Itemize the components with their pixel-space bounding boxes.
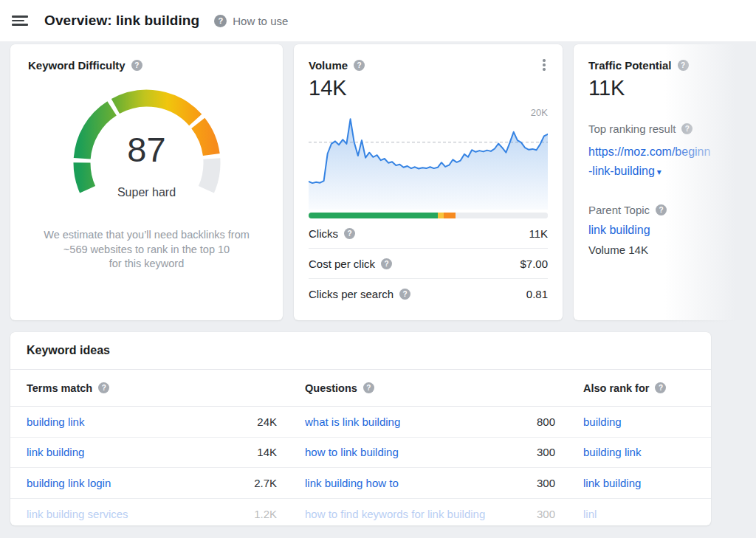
- keyword-link[interactable]: link building services: [27, 508, 128, 520]
- metric-row-cpc: Cost per click ? $7.00: [309, 249, 548, 279]
- app-header: Overview: link building ? How to use: [0, 0, 756, 41]
- traffic-potential-card: Traffic Potential ? 11K Top ranking resu…: [574, 44, 756, 320]
- keyword-link[interactable]: link building: [27, 446, 84, 458]
- volume-axis-tick: 20K: [531, 107, 548, 118]
- keyword-difficulty-card: Keyword Difficulty ? 87 Super hard We es…: [10, 44, 283, 320]
- keyword-link[interactable]: what is link building: [305, 415, 400, 428]
- keyword-volume: 24K: [257, 415, 277, 428]
- clicks-bar-segment: [456, 213, 548, 218]
- kebab-menu-icon[interactable]: [537, 58, 551, 72]
- help-icon[interactable]: ?: [399, 289, 410, 300]
- keyword-volume: 14K: [257, 446, 277, 458]
- table-row: link building 14K: [10, 438, 289, 469]
- top-ranking-result-link[interactable]: https://moz.com/beginn -link-building▾: [588, 142, 756, 182]
- keyword-link[interactable]: linl: [583, 508, 597, 520]
- keyword-volume: 2.7K: [254, 477, 277, 489]
- metric-value: $7.00: [520, 258, 548, 270]
- how-to-use-link[interactable]: How to use: [233, 15, 288, 27]
- keyword-ideas-card: Keyword ideas Terms match ? building lin…: [10, 332, 711, 525]
- help-icon[interactable]: ?: [363, 382, 374, 393]
- clicks-distribution-bar: [309, 213, 548, 218]
- difficulty-label: Super hard: [57, 186, 237, 199]
- table-row: link building: [567, 468, 711, 499]
- help-icon[interactable]: ?: [214, 15, 227, 27]
- table-row: building link: [567, 438, 711, 469]
- parent-topic-label: Parent Topic ?: [588, 204, 756, 216]
- metric-value: 0.81: [526, 288, 548, 300]
- table-row: link building services 1.2K: [10, 499, 289, 526]
- keyword-volume: 800: [537, 415, 555, 428]
- questions-header: Questions ?: [289, 370, 567, 407]
- terms-match-header: Terms match ?: [10, 370, 289, 407]
- volume-trend-chart: [309, 117, 548, 210]
- parent-topic-volume: Volume 14K: [588, 244, 756, 256]
- metric-row-clicks-per-search: Clicks per search ? 0.81: [309, 279, 548, 309]
- table-row: what is link building 800: [289, 407, 567, 438]
- parent-topic-link[interactable]: link building: [588, 224, 756, 237]
- questions-column: Questions ? what is link building 800 ho…: [289, 370, 567, 525]
- table-row: link building how to 300: [289, 468, 567, 499]
- table-row: building link 24K: [10, 407, 289, 438]
- table-row: linl: [567, 499, 711, 526]
- metrics-card-row: Keyword Difficulty ? 87 Super hard We es…: [10, 44, 756, 320]
- difficulty-gauge: 87 Super hard: [57, 85, 237, 209]
- keyword-link[interactable]: link building how to: [305, 477, 399, 489]
- volume-card: Volume ? 14K 20K Clicks ? 11K Cost per c…: [294, 44, 563, 320]
- clicks-bar-segment: [309, 213, 438, 218]
- help-icon[interactable]: ?: [656, 204, 667, 215]
- clicks-bar-segment: [444, 213, 456, 218]
- table-row: building link login 2.7K: [10, 468, 289, 499]
- keyword-ideas-title: Keyword ideas: [27, 344, 110, 357]
- keyword-link[interactable]: building link login: [27, 477, 111, 489]
- top-ranking-result-label: Top ranking result ?: [588, 123, 756, 135]
- help-icon[interactable]: ?: [344, 228, 355, 239]
- help-icon[interactable]: ?: [354, 60, 365, 71]
- help-icon[interactable]: ?: [678, 60, 689, 71]
- keyword-volume: 300: [537, 508, 555, 520]
- table-row: how to find keywords for link building 3…: [289, 499, 567, 526]
- difficulty-score: 87: [57, 129, 237, 170]
- metric-row-clicks: Clicks ? 11K: [309, 218, 548, 249]
- difficulty-estimate-text: We estimate that you’ll need backlinks f…: [28, 228, 265, 272]
- also-rank-for-header: Also rank for ?: [567, 370, 711, 407]
- terms-match-column: Terms match ? building link 24K link bui…: [10, 370, 289, 525]
- page-title: Overview: link building: [44, 13, 199, 29]
- keyword-link[interactable]: building link: [27, 415, 84, 428]
- help-icon[interactable]: ?: [131, 60, 142, 71]
- volume-title: Volume ?: [309, 59, 548, 72]
- keyword-link[interactable]: building: [583, 415, 622, 428]
- chevron-down-icon[interactable]: ▾: [657, 167, 662, 177]
- metric-value: 11K: [529, 227, 548, 240]
- keyword-volume: 300: [537, 446, 555, 458]
- traffic-potential-value: 11K: [588, 76, 756, 100]
- menu-icon[interactable]: [12, 14, 30, 27]
- traffic-potential-title: Traffic Potential ?: [588, 59, 756, 72]
- help-icon[interactable]: ?: [98, 382, 109, 393]
- help-icon[interactable]: ?: [655, 382, 666, 393]
- keyword-ideas-header: Keyword ideas: [10, 332, 711, 370]
- keyword-link[interactable]: how to find keywords for link building: [305, 508, 485, 520]
- keyword-ideas-table: Terms match ? building link 24K link bui…: [10, 370, 711, 525]
- table-row: building: [567, 407, 711, 438]
- keyword-link[interactable]: building link: [583, 446, 641, 458]
- keyword-difficulty-title: Keyword Difficulty ?: [28, 59, 265, 72]
- table-row: how to link building 300: [289, 438, 567, 469]
- volume-value: 14K: [309, 76, 548, 100]
- clicks-bar-segment: [438, 213, 444, 218]
- help-icon[interactable]: ?: [381, 258, 392, 269]
- also-rank-for-column: Also rank for ? building building link l…: [567, 370, 711, 525]
- keyword-link[interactable]: link building: [583, 477, 641, 489]
- keyword-volume: 1.2K: [254, 508, 277, 520]
- help-icon[interactable]: ?: [681, 123, 693, 134]
- keyword-link[interactable]: how to link building: [305, 446, 399, 458]
- keyword-volume: 300: [537, 477, 555, 489]
